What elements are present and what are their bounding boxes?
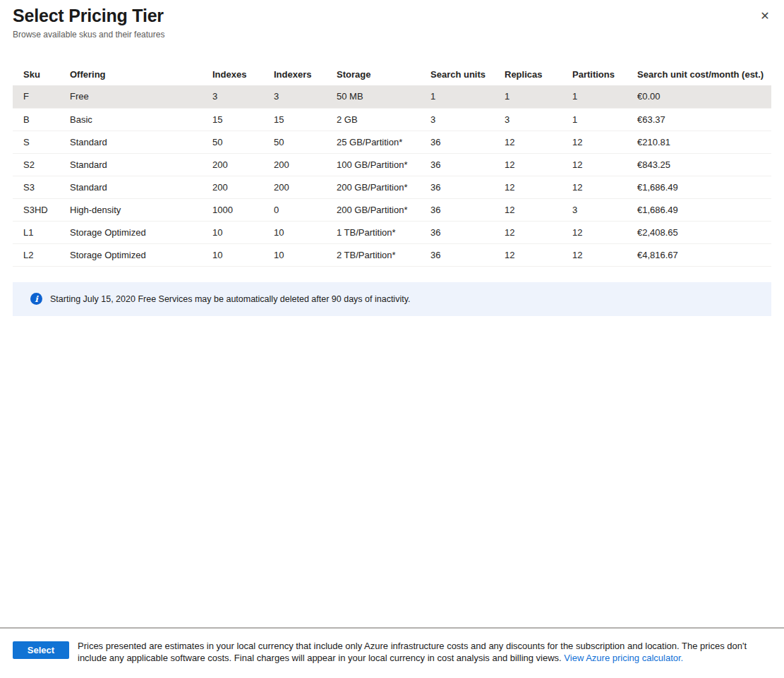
select-button[interactable]: Select <box>13 641 69 659</box>
info-banner-text: Starting July 15, 2020 Free Services may… <box>50 294 410 304</box>
cell-indexes: 200 <box>212 176 274 198</box>
cell-partitions: 3 <box>572 198 637 221</box>
cell-offering: Standard <box>70 176 212 198</box>
cell-storage: 2 TB/Partition* <box>337 243 430 266</box>
table-header-row: Sku Offering Indexes Indexers Storage Se… <box>13 63 771 85</box>
table-row[interactable]: F Free 3 3 50 MB 1 1 1 €0.00 <box>13 85 771 108</box>
cell-replicas: 1 <box>505 85 572 108</box>
column-header-search-units: Search units <box>430 63 505 85</box>
cell-cost: €0.00 <box>637 85 771 108</box>
cell-sku: B <box>13 108 70 131</box>
cell-cost: €210.81 <box>637 131 771 153</box>
cell-indexers: 10 <box>274 221 337 243</box>
cell-partitions: 12 <box>572 243 637 266</box>
table-row[interactable]: B Basic 15 15 2 GB 3 3 1 €63.37 <box>13 108 771 131</box>
table-row[interactable]: S3HD High-density 1000 0 200 GB/Partitio… <box>13 198 771 221</box>
cell-storage: 1 TB/Partition* <box>337 221 430 243</box>
cell-replicas: 12 <box>505 198 572 221</box>
cell-indexes: 50 <box>212 131 274 153</box>
pricing-table-container: Sku Offering Indexes Indexers Storage Se… <box>0 63 784 267</box>
cell-cost: €63.37 <box>637 108 771 131</box>
cell-storage: 100 GB/Partition* <box>337 153 430 176</box>
cell-replicas: 12 <box>505 221 572 243</box>
column-header-partitions: Partitions <box>572 63 637 85</box>
cell-search-units: 3 <box>430 108 505 131</box>
cell-indexers: 10 <box>274 243 337 266</box>
cell-offering: Standard <box>70 153 212 176</box>
cell-indexes: 200 <box>212 153 274 176</box>
column-header-replicas: Replicas <box>505 63 572 85</box>
cell-sku: F <box>13 85 70 108</box>
cell-storage: 2 GB <box>337 108 430 131</box>
cell-replicas: 12 <box>505 243 572 266</box>
column-header-storage: Storage <box>337 63 430 85</box>
cell-partitions: 12 <box>572 131 637 153</box>
cell-indexers: 200 <box>274 153 337 176</box>
table-row[interactable]: S2 Standard 200 200 100 GB/Partition* 36… <box>13 153 771 176</box>
page-subtitle: Browse available skus and their features <box>13 30 771 40</box>
cell-offering: Standard <box>70 131 212 153</box>
cell-search-units: 36 <box>430 198 505 221</box>
cell-partitions: 1 <box>572 85 637 108</box>
azure-pricing-calculator-link[interactable]: View Azure pricing calculator. <box>564 653 683 663</box>
cell-offering: Basic <box>70 108 212 131</box>
cell-cost: €2,408.65 <box>637 221 771 243</box>
table-row[interactable]: S3 Standard 200 200 200 GB/Partition* 36… <box>13 176 771 198</box>
cell-storage: 200 GB/Partition* <box>337 198 430 221</box>
cell-sku: S2 <box>13 153 70 176</box>
cell-search-units: 36 <box>430 131 505 153</box>
cell-indexers: 0 <box>274 198 337 221</box>
cell-indexes: 10 <box>212 221 274 243</box>
cell-replicas: 12 <box>505 131 572 153</box>
cell-indexers: 50 <box>274 131 337 153</box>
info-icon: i <box>30 293 42 305</box>
cell-cost: €1,686.49 <box>637 198 771 221</box>
cell-indexes: 1000 <box>212 198 274 221</box>
pricing-table: Sku Offering Indexes Indexers Storage Se… <box>13 63 771 267</box>
cell-offering: Free <box>70 85 212 108</box>
cell-sku: S <box>13 131 70 153</box>
column-header-offering: Offering <box>70 63 212 85</box>
cell-storage: 25 GB/Partition* <box>337 131 430 153</box>
cell-search-units: 36 <box>430 176 505 198</box>
cell-offering: Storage Optimized <box>70 243 212 266</box>
table-row[interactable]: S Standard 50 50 25 GB/Partition* 36 12 … <box>13 131 771 153</box>
cell-search-units: 36 <box>430 153 505 176</box>
cell-cost: €843.25 <box>637 153 771 176</box>
cell-replicas: 12 <box>505 176 572 198</box>
cell-offering: Storage Optimized <box>70 221 212 243</box>
close-icon[interactable]: ✕ <box>757 8 773 24</box>
dialog-header: Select Pricing Tier Browse available sku… <box>0 0 784 40</box>
cell-storage: 200 GB/Partition* <box>337 176 430 198</box>
column-header-sku: Sku <box>13 63 70 85</box>
cell-replicas: 12 <box>505 153 572 176</box>
page-title: Select Pricing Tier <box>13 6 771 26</box>
cell-partitions: 12 <box>572 176 637 198</box>
column-header-indexes: Indexes <box>212 63 274 85</box>
cell-indexers: 15 <box>274 108 337 131</box>
cell-cost: €1,686.49 <box>637 176 771 198</box>
cell-replicas: 3 <box>505 108 572 131</box>
cell-indexes: 10 <box>212 243 274 266</box>
pricing-disclaimer: Prices presented are estimates in your l… <box>78 640 771 664</box>
cell-indexers: 3 <box>274 85 337 108</box>
cell-indexes: 3 <box>212 85 274 108</box>
column-header-cost: Search unit cost/month (est.) <box>637 63 771 85</box>
cell-storage: 50 MB <box>337 85 430 108</box>
column-header-indexers: Indexers <box>274 63 337 85</box>
cell-sku: L1 <box>13 221 70 243</box>
table-row[interactable]: L2 Storage Optimized 10 10 2 TB/Partitio… <box>13 243 771 266</box>
cell-sku: L2 <box>13 243 70 266</box>
cell-search-units: 36 <box>430 221 505 243</box>
cell-search-units: 1 <box>430 85 505 108</box>
cell-sku: S3HD <box>13 198 70 221</box>
cell-offering: High-density <box>70 198 212 221</box>
cell-partitions: 1 <box>572 108 637 131</box>
dialog-footer: Select Prices presented are estimates in… <box>0 627 784 678</box>
table-row[interactable]: L1 Storage Optimized 10 10 1 TB/Partitio… <box>13 221 771 243</box>
cell-search-units: 36 <box>430 243 505 266</box>
cell-partitions: 12 <box>572 153 637 176</box>
cell-cost: €4,816.67 <box>637 243 771 266</box>
cell-partitions: 12 <box>572 221 637 243</box>
cell-sku: S3 <box>13 176 70 198</box>
